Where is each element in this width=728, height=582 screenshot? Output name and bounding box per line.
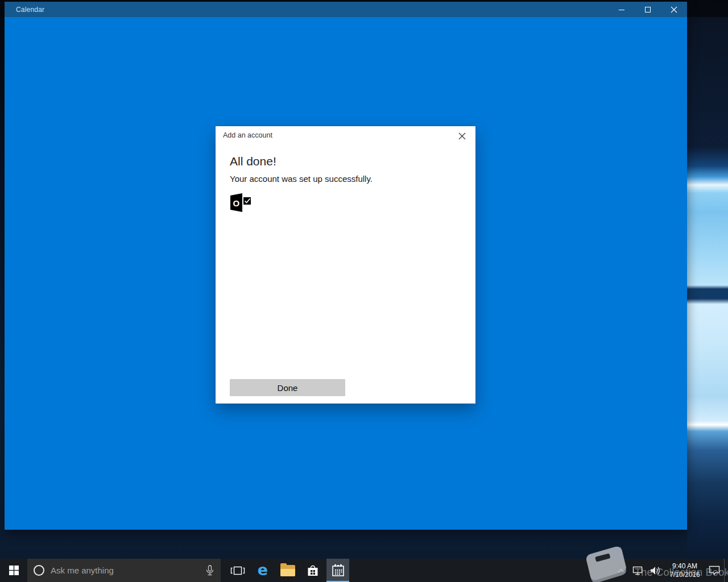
dialog-title: Add an account [223, 131, 272, 139]
chevron-up-icon [617, 568, 625, 573]
done-button[interactable]: Done [230, 379, 345, 396]
dialog-heading: All done! [230, 155, 276, 168]
close-icon [671, 6, 677, 13]
add-account-dialog: Add an account All done! Your account wa… [216, 126, 475, 404]
store-button[interactable] [301, 559, 324, 582]
window-title: Calendar [16, 6, 44, 14]
microphone-icon[interactable] [206, 565, 214, 576]
volume-icon [650, 566, 661, 576]
network-icon [632, 566, 643, 576]
action-center-icon [708, 565, 721, 576]
system-tray: 9:40 AM 7/10/2016 [614, 559, 728, 582]
clock[interactable]: 9:40 AM 7/10/2016 [665, 559, 705, 582]
cortana-icon [34, 565, 44, 576]
close-icon [458, 132, 466, 140]
action-center-button[interactable] [705, 559, 724, 582]
wallpaper-light-beams [687, 17, 728, 559]
dialog-close-button[interactable] [454, 128, 470, 143]
maximize-button[interactable] [635, 2, 661, 17]
dialog-message: Your account was set up successfully. [230, 174, 373, 184]
hidden-icons-button[interactable] [614, 559, 628, 582]
task-view-button[interactable] [226, 559, 249, 582]
tray-time: 9:40 AM [672, 562, 697, 571]
taskbar: e [0, 559, 728, 582]
tray-date: 7/10/2016 [669, 571, 700, 579]
maximize-icon [644, 6, 651, 13]
titlebar[interactable]: Calendar [5, 2, 687, 17]
taskbar-apps: e [225, 559, 350, 582]
windows-logo-icon [9, 566, 19, 575]
dialog-header: Add an account [216, 126, 475, 146]
close-button[interactable] [661, 2, 687, 17]
edge-button[interactable]: e [251, 559, 274, 582]
calendar-icon [331, 563, 345, 577]
edge-icon: e [258, 562, 268, 577]
start-button[interactable] [0, 559, 27, 582]
show-desktop-button[interactable] [724, 559, 728, 582]
search-input[interactable] [49, 565, 206, 576]
svg-text:O: O [233, 198, 240, 208]
store-icon [306, 564, 320, 577]
screen: Calendar Add an account All done! [0, 0, 728, 582]
file-explorer-icon [280, 565, 295, 576]
minimize-icon [618, 6, 625, 13]
network-button[interactable] [628, 559, 647, 582]
volume-button[interactable] [647, 559, 665, 582]
outlook-icon: O [230, 193, 251, 212]
file-explorer-button[interactable] [276, 559, 299, 582]
cortana-search-box[interactable] [27, 559, 221, 582]
window-controls [609, 2, 687, 17]
task-view-icon [230, 566, 245, 576]
minimize-button[interactable] [609, 2, 635, 17]
calendar-taskbar-button[interactable] [326, 559, 349, 582]
